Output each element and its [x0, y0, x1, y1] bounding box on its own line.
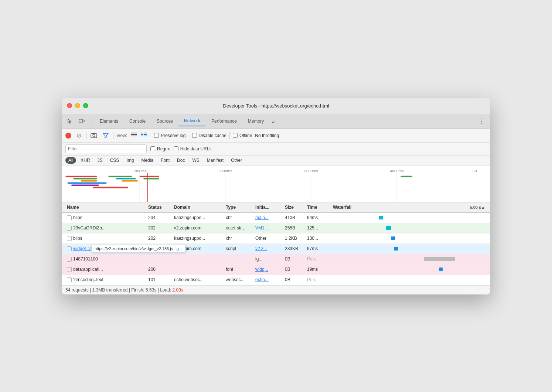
camera-icon[interactable]	[89, 131, 98, 140]
maximize-button[interactable]	[83, 103, 88, 108]
svg-rect-13	[144, 136, 147, 136]
td-name: ?encoding=text	[65, 277, 147, 283]
td-domain: echo.websoc...	[173, 277, 224, 283]
type-filter-xhr[interactable]: XHR	[78, 157, 93, 164]
row-checkbox[interactable]	[67, 246, 72, 251]
table-row[interactable]: 1487101100 lg... 0B Pen...	[62, 254, 490, 265]
td-domain: kaazingsuppo...	[173, 215, 224, 221]
preserve-log-checkbox[interactable]	[154, 133, 159, 138]
svg-rect-7	[131, 136, 137, 136]
th-domain[interactable]: Domain	[173, 204, 224, 211]
device-toggle-icon[interactable]	[76, 116, 87, 126]
inspect-cursor-icon[interactable]	[65, 116, 75, 126]
tab-elements[interactable]: Elements	[95, 116, 123, 126]
tab-console[interactable]: Console	[124, 116, 151, 126]
type-filter-all[interactable]: All	[65, 157, 76, 164]
view-list-icon[interactable]	[130, 132, 138, 140]
td-domain	[173, 259, 224, 259]
td-time: Pen...	[306, 277, 331, 283]
tab-more-button[interactable]: »	[270, 117, 277, 126]
disable-cache-label[interactable]: Disable cache	[192, 133, 226, 138]
td-name: blips	[65, 235, 147, 241]
td-initiator[interactable]: main...	[254, 215, 283, 221]
type-filter-media[interactable]: Media	[138, 157, 156, 164]
td-initiator[interactable]: widg...	[254, 266, 283, 272]
th-type[interactable]: Type	[224, 204, 254, 211]
svg-text:1000ms: 1000ms	[133, 169, 146, 173]
td-size: 410B	[283, 215, 306, 221]
row-tooltip: https://v2.zopim.com/bin/v/widget_v2.186…	[91, 245, 185, 252]
th-status[interactable]: Status	[147, 204, 173, 211]
table-row[interactable]: data:applicati... 200 font widg... 0B 19…	[62, 265, 490, 275]
th-waterfall[interactable]: Waterfall 5.00 s▲	[331, 204, 487, 211]
td-domain: v2.zopim.com	[173, 225, 224, 231]
throttle-select[interactable]: No throttling	[255, 133, 279, 138]
th-initiator[interactable]: Initia...	[254, 204, 283, 211]
close-button[interactable]	[67, 103, 72, 108]
td-size: 0B	[283, 266, 306, 272]
regex-checkbox[interactable]	[150, 146, 155, 151]
td-initiator[interactable]: VM1...	[254, 225, 283, 231]
td-waterfall	[331, 246, 487, 252]
view-group-icon[interactable]	[140, 132, 148, 140]
svg-rect-31	[122, 180, 137, 181]
table-row[interactable]: widget_v2.18. ↖ 200 v2.zopim.com script …	[62, 244, 490, 254]
svg-rect-33	[140, 175, 159, 177]
td-type	[224, 259, 254, 259]
td-waterfall	[331, 277, 487, 283]
svg-rect-32	[93, 187, 128, 188]
tab-sources[interactable]: Sources	[151, 116, 178, 126]
row-checkbox[interactable]	[67, 277, 72, 282]
hide-data-urls-checkbox[interactable]	[174, 146, 178, 151]
row-checkbox[interactable]	[67, 257, 72, 262]
record-button[interactable]	[65, 133, 71, 139]
td-initiator: lg...	[254, 256, 283, 262]
td-type: script	[224, 246, 254, 252]
offline-label[interactable]: Offline	[233, 133, 252, 138]
type-filter-doc[interactable]: Doc	[174, 157, 188, 164]
window-title: Developer Tools - https://websocket.org/…	[223, 103, 329, 109]
td-initiator[interactable]: echo...	[254, 277, 283, 283]
devtools-menu-icon[interactable]: ⋮	[476, 117, 487, 125]
view-icons	[130, 132, 148, 140]
type-filter-font[interactable]: Font	[158, 157, 173, 164]
td-time: 97ms	[306, 246, 331, 252]
preserve-log-label[interactable]: Preserve log	[154, 133, 185, 138]
status-bar: 54 requests | 1.3MB transferred | Finish…	[62, 285, 490, 294]
table-row[interactable]: ?3vCaGRDlZb... 302 v2.zopim.com octet-st…	[62, 223, 490, 234]
filter-input[interactable]	[65, 144, 147, 153]
td-domain	[173, 269, 224, 270]
row-checkbox[interactable]	[67, 226, 72, 231]
td-initiator[interactable]: v2.z...	[254, 246, 283, 252]
row-checkbox[interactable]	[67, 267, 72, 272]
filter-icon[interactable]	[101, 131, 110, 140]
svg-rect-29	[109, 175, 132, 177]
table-row[interactable]: blips 202 kaazingsuppo... xhr Other 1.2K…	[62, 234, 490, 244]
hide-data-urls-label[interactable]: Hide data URLs	[174, 146, 212, 151]
row-checkbox[interactable]	[67, 215, 72, 220]
offline-checkbox[interactable]	[233, 133, 238, 138]
tab-performance[interactable]: Performance	[206, 116, 242, 126]
minimize-button[interactable]	[75, 103, 80, 108]
type-filter-other[interactable]: Other	[228, 157, 245, 164]
type-filter-ws[interactable]: WS	[189, 157, 202, 164]
type-filter-css[interactable]: CSS	[107, 157, 122, 164]
clear-button[interactable]: ⊘	[74, 131, 83, 140]
type-filter-bar: All XHR JS CSS Img Media Font Doc WS Man…	[62, 156, 490, 166]
regex-label[interactable]: Regex	[150, 146, 170, 151]
type-filter-js[interactable]: JS	[95, 157, 106, 164]
disable-cache-checkbox[interactable]	[192, 133, 197, 138]
toolbar-divider-1	[86, 132, 86, 139]
tab-network[interactable]: Network	[179, 116, 205, 126]
type-filter-img[interactable]: Img	[123, 157, 137, 164]
th-name[interactable]: Name	[65, 204, 147, 211]
th-time[interactable]: Time	[306, 204, 331, 211]
table-row[interactable]: blips 204 kaazingsuppo... xhr main... 41…	[62, 213, 490, 223]
tab-memory[interactable]: Memory	[243, 116, 269, 126]
svg-rect-8	[141, 133, 143, 133]
row-checkbox[interactable]	[67, 236, 72, 241]
svg-rect-1	[83, 120, 84, 122]
type-filter-manifest[interactable]: Manifest	[204, 157, 226, 164]
table-row[interactable]: ?encoding=text 101 echo.websoc... websoc…	[62, 275, 490, 285]
th-size[interactable]: Size	[283, 204, 306, 211]
